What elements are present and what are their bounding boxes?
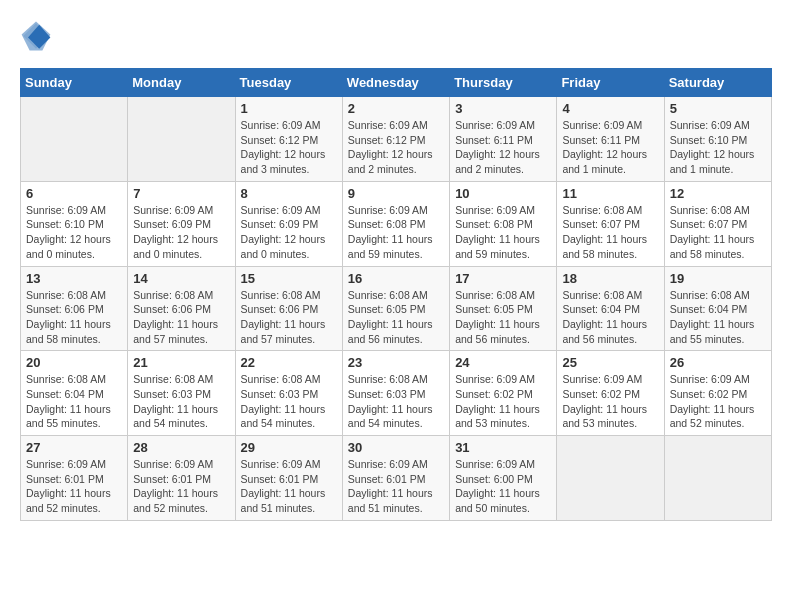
day-number: 30 <box>348 440 444 455</box>
day-detail: Sunrise: 6:09 AM Sunset: 6:02 PM Dayligh… <box>670 372 766 431</box>
day-detail: Sunrise: 6:09 AM Sunset: 6:01 PM Dayligh… <box>241 457 337 516</box>
calendar-cell: 10Sunrise: 6:09 AM Sunset: 6:08 PM Dayli… <box>450 181 557 266</box>
day-detail: Sunrise: 6:08 AM Sunset: 6:07 PM Dayligh… <box>562 203 658 262</box>
day-number: 25 <box>562 355 658 370</box>
calendar-cell <box>557 436 664 521</box>
logo <box>20 20 56 52</box>
calendar-cell: 1Sunrise: 6:09 AM Sunset: 6:12 PM Daylig… <box>235 97 342 182</box>
weekday-row: SundayMondayTuesdayWednesdayThursdayFrid… <box>21 69 772 97</box>
logo-icon <box>20 20 52 52</box>
day-detail: Sunrise: 6:08 AM Sunset: 6:04 PM Dayligh… <box>26 372 122 431</box>
day-detail: Sunrise: 6:09 AM Sunset: 6:12 PM Dayligh… <box>348 118 444 177</box>
day-detail: Sunrise: 6:08 AM Sunset: 6:07 PM Dayligh… <box>670 203 766 262</box>
day-detail: Sunrise: 6:09 AM Sunset: 6:00 PM Dayligh… <box>455 457 551 516</box>
day-detail: Sunrise: 6:09 AM Sunset: 6:09 PM Dayligh… <box>241 203 337 262</box>
day-detail: Sunrise: 6:08 AM Sunset: 6:03 PM Dayligh… <box>133 372 229 431</box>
day-number: 3 <box>455 101 551 116</box>
calendar-cell: 7Sunrise: 6:09 AM Sunset: 6:09 PM Daylig… <box>128 181 235 266</box>
calendar-cell: 18Sunrise: 6:08 AM Sunset: 6:04 PM Dayli… <box>557 266 664 351</box>
calendar-week-row: 27Sunrise: 6:09 AM Sunset: 6:01 PM Dayli… <box>21 436 772 521</box>
weekday-header: Saturday <box>664 69 771 97</box>
day-number: 15 <box>241 271 337 286</box>
day-detail: Sunrise: 6:08 AM Sunset: 6:05 PM Dayligh… <box>455 288 551 347</box>
calendar-cell: 28Sunrise: 6:09 AM Sunset: 6:01 PM Dayli… <box>128 436 235 521</box>
calendar-cell: 12Sunrise: 6:08 AM Sunset: 6:07 PM Dayli… <box>664 181 771 266</box>
calendar-cell: 21Sunrise: 6:08 AM Sunset: 6:03 PM Dayli… <box>128 351 235 436</box>
day-number: 24 <box>455 355 551 370</box>
calendar-cell <box>21 97 128 182</box>
weekday-header: Wednesday <box>342 69 449 97</box>
calendar-header: SundayMondayTuesdayWednesdayThursdayFrid… <box>21 69 772 97</box>
page-header <box>20 20 772 52</box>
day-number: 19 <box>670 271 766 286</box>
day-detail: Sunrise: 6:09 AM Sunset: 6:10 PM Dayligh… <box>26 203 122 262</box>
day-detail: Sunrise: 6:09 AM Sunset: 6:08 PM Dayligh… <box>348 203 444 262</box>
calendar-cell: 14Sunrise: 6:08 AM Sunset: 6:06 PM Dayli… <box>128 266 235 351</box>
day-number: 27 <box>26 440 122 455</box>
calendar-body: 1Sunrise: 6:09 AM Sunset: 6:12 PM Daylig… <box>21 97 772 521</box>
weekday-header: Monday <box>128 69 235 97</box>
calendar-cell: 19Sunrise: 6:08 AM Sunset: 6:04 PM Dayli… <box>664 266 771 351</box>
weekday-header: Tuesday <box>235 69 342 97</box>
calendar-cell: 22Sunrise: 6:08 AM Sunset: 6:03 PM Dayli… <box>235 351 342 436</box>
day-detail: Sunrise: 6:08 AM Sunset: 6:06 PM Dayligh… <box>26 288 122 347</box>
day-detail: Sunrise: 6:09 AM Sunset: 6:02 PM Dayligh… <box>562 372 658 431</box>
day-number: 22 <box>241 355 337 370</box>
day-number: 11 <box>562 186 658 201</box>
calendar-cell: 6Sunrise: 6:09 AM Sunset: 6:10 PM Daylig… <box>21 181 128 266</box>
day-number: 17 <box>455 271 551 286</box>
day-number: 28 <box>133 440 229 455</box>
weekday-header: Thursday <box>450 69 557 97</box>
calendar-cell: 27Sunrise: 6:09 AM Sunset: 6:01 PM Dayli… <box>21 436 128 521</box>
day-detail: Sunrise: 6:08 AM Sunset: 6:03 PM Dayligh… <box>241 372 337 431</box>
day-detail: Sunrise: 6:08 AM Sunset: 6:06 PM Dayligh… <box>241 288 337 347</box>
calendar-cell: 25Sunrise: 6:09 AM Sunset: 6:02 PM Dayli… <box>557 351 664 436</box>
day-detail: Sunrise: 6:08 AM Sunset: 6:03 PM Dayligh… <box>348 372 444 431</box>
day-detail: Sunrise: 6:08 AM Sunset: 6:05 PM Dayligh… <box>348 288 444 347</box>
day-number: 29 <box>241 440 337 455</box>
day-number: 20 <box>26 355 122 370</box>
calendar-cell: 24Sunrise: 6:09 AM Sunset: 6:02 PM Dayli… <box>450 351 557 436</box>
day-detail: Sunrise: 6:09 AM Sunset: 6:12 PM Dayligh… <box>241 118 337 177</box>
calendar-cell: 16Sunrise: 6:08 AM Sunset: 6:05 PM Dayli… <box>342 266 449 351</box>
day-number: 12 <box>670 186 766 201</box>
calendar-cell: 5Sunrise: 6:09 AM Sunset: 6:10 PM Daylig… <box>664 97 771 182</box>
day-number: 31 <box>455 440 551 455</box>
day-detail: Sunrise: 6:09 AM Sunset: 6:02 PM Dayligh… <box>455 372 551 431</box>
calendar-cell: 2Sunrise: 6:09 AM Sunset: 6:12 PM Daylig… <box>342 97 449 182</box>
calendar-cell: 26Sunrise: 6:09 AM Sunset: 6:02 PM Dayli… <box>664 351 771 436</box>
day-number: 21 <box>133 355 229 370</box>
day-detail: Sunrise: 6:09 AM Sunset: 6:11 PM Dayligh… <box>455 118 551 177</box>
day-detail: Sunrise: 6:09 AM Sunset: 6:01 PM Dayligh… <box>133 457 229 516</box>
day-number: 8 <box>241 186 337 201</box>
weekday-header: Sunday <box>21 69 128 97</box>
calendar-cell: 30Sunrise: 6:09 AM Sunset: 6:01 PM Dayli… <box>342 436 449 521</box>
day-detail: Sunrise: 6:09 AM Sunset: 6:10 PM Dayligh… <box>670 118 766 177</box>
calendar-cell: 4Sunrise: 6:09 AM Sunset: 6:11 PM Daylig… <box>557 97 664 182</box>
calendar-cell <box>664 436 771 521</box>
day-number: 18 <box>562 271 658 286</box>
day-number: 13 <box>26 271 122 286</box>
weekday-header: Friday <box>557 69 664 97</box>
day-detail: Sunrise: 6:09 AM Sunset: 6:08 PM Dayligh… <box>455 203 551 262</box>
day-number: 14 <box>133 271 229 286</box>
calendar-cell: 11Sunrise: 6:08 AM Sunset: 6:07 PM Dayli… <box>557 181 664 266</box>
calendar-cell: 17Sunrise: 6:08 AM Sunset: 6:05 PM Dayli… <box>450 266 557 351</box>
day-number: 5 <box>670 101 766 116</box>
day-detail: Sunrise: 6:08 AM Sunset: 6:04 PM Dayligh… <box>562 288 658 347</box>
day-number: 26 <box>670 355 766 370</box>
day-number: 23 <box>348 355 444 370</box>
calendar-cell: 9Sunrise: 6:09 AM Sunset: 6:08 PM Daylig… <box>342 181 449 266</box>
calendar-cell: 13Sunrise: 6:08 AM Sunset: 6:06 PM Dayli… <box>21 266 128 351</box>
calendar-cell: 29Sunrise: 6:09 AM Sunset: 6:01 PM Dayli… <box>235 436 342 521</box>
calendar-cell: 15Sunrise: 6:08 AM Sunset: 6:06 PM Dayli… <box>235 266 342 351</box>
calendar-cell: 23Sunrise: 6:08 AM Sunset: 6:03 PM Dayli… <box>342 351 449 436</box>
day-number: 16 <box>348 271 444 286</box>
day-number: 9 <box>348 186 444 201</box>
calendar-week-row: 13Sunrise: 6:08 AM Sunset: 6:06 PM Dayli… <box>21 266 772 351</box>
calendar-week-row: 20Sunrise: 6:08 AM Sunset: 6:04 PM Dayli… <box>21 351 772 436</box>
day-detail: Sunrise: 6:08 AM Sunset: 6:04 PM Dayligh… <box>670 288 766 347</box>
day-number: 4 <box>562 101 658 116</box>
day-number: 1 <box>241 101 337 116</box>
day-detail: Sunrise: 6:09 AM Sunset: 6:01 PM Dayligh… <box>348 457 444 516</box>
